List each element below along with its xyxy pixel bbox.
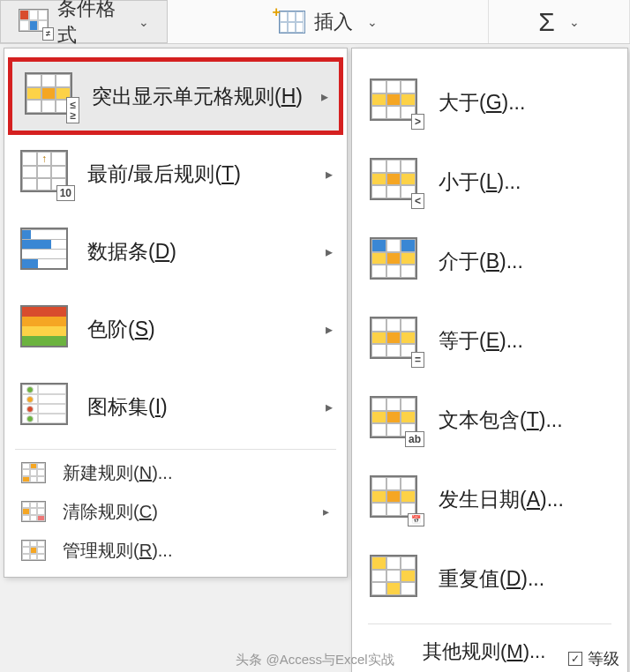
toolbar: ≠ 条件格式 ⌄ 插入 ⌄ Σ ⌄ xyxy=(0,0,630,44)
menu-highlight-rules[interactable]: ≤≥ 突出显示单元格规则(H) ▸ xyxy=(8,57,343,135)
menu-data-bars-label: 数据条(D) xyxy=(87,238,334,265)
sub-greater-than[interactable]: > 大于(G)... xyxy=(359,63,620,142)
menu-color-scales-label: 色阶(S) xyxy=(87,316,334,343)
date-occurring-icon: 📅 xyxy=(370,475,421,523)
color-scales-icon xyxy=(20,305,71,353)
submenu-arrow-icon: ▸ xyxy=(323,504,329,519)
menu-new-rule-label: 新建规则(N)... xyxy=(63,461,172,485)
icon-sets-icon xyxy=(20,383,71,430)
menu-top-bottom-label: 最前/最后规则(T) xyxy=(87,161,334,188)
insert-cells-icon xyxy=(279,11,305,34)
data-bars-icon xyxy=(20,228,71,275)
highlight-rules-submenu: > 大于(G)... < 小于(L)... 介于(B)... = 等于(E)..… xyxy=(351,48,628,672)
sub-date-occurring-label: 发生日期(A)... xyxy=(439,486,564,513)
equal-to-icon: = xyxy=(370,317,421,364)
sub-text-contains[interactable]: ab 文本包含(T)... xyxy=(359,380,620,459)
sub-less-than[interactable]: < 小于(L)... xyxy=(359,142,620,221)
insert-label: 插入 xyxy=(314,9,353,35)
sub-greater-than-label: 大于(G)... xyxy=(439,89,525,116)
menu-divider xyxy=(15,449,336,450)
conditional-format-button[interactable]: ≠ 条件格式 ⌄ xyxy=(0,0,168,43)
sub-duplicate-values-label: 重复值(D)... xyxy=(439,565,544,593)
manage-rules-icon xyxy=(20,538,47,563)
autosum-button[interactable]: Σ ⌄ xyxy=(489,0,630,43)
submenu-arrow-icon: ▸ xyxy=(326,399,333,415)
text-contains-icon: ab xyxy=(370,396,421,444)
menu-color-scales[interactable]: 色阶(S) ▸ xyxy=(8,290,343,368)
between-icon xyxy=(370,237,421,285)
menu-clear-rules[interactable]: 清除规则(C) ▸ xyxy=(8,492,343,531)
sub-equal-to-label: 等于(E)... xyxy=(439,327,523,355)
menu-new-rule[interactable]: 新建规则(N)... xyxy=(8,453,343,492)
less-than-icon: < xyxy=(370,158,421,205)
checkbox-icon[interactable]: ✓ xyxy=(568,652,582,666)
watermark-text: 头条 @Access与Excel实战 xyxy=(0,652,630,668)
sub-duplicate-values[interactable]: 重复值(D)... xyxy=(359,539,620,618)
sigma-icon: Σ xyxy=(538,7,555,37)
grade-label: 等级 xyxy=(588,648,619,669)
sub-text-contains-label: 文本包含(T)... xyxy=(439,407,563,434)
menu-icon-sets-label: 图标集(I) xyxy=(87,393,334,421)
new-rule-icon xyxy=(20,460,47,485)
menu-icon-sets[interactable]: 图标集(I) ▸ xyxy=(8,368,343,445)
greater-than-icon: > xyxy=(370,78,421,126)
sub-date-occurring[interactable]: 📅 发生日期(A)... xyxy=(359,459,620,539)
conditional-format-label: 条件格式 xyxy=(57,0,124,49)
submenu-arrow-icon: ▸ xyxy=(326,166,333,183)
sub-less-than-label: 小于(L)... xyxy=(439,168,521,196)
sub-between[interactable]: 介于(B)... xyxy=(359,221,620,301)
insert-button[interactable]: 插入 ⌄ xyxy=(168,0,489,43)
menu-top-bottom-rules[interactable]: ↑ 10 最前/最后规则(T) ▸ xyxy=(8,135,343,213)
chevron-down-icon: ⌄ xyxy=(139,15,149,29)
sub-equal-to[interactable]: = 等于(E)... xyxy=(359,301,620,380)
chevron-down-icon: ⌄ xyxy=(569,15,580,29)
clear-rules-icon xyxy=(20,499,47,524)
chevron-down-icon: ⌄ xyxy=(367,15,378,29)
submenu-arrow-icon: ▸ xyxy=(326,321,333,338)
highlight-cells-icon: ≤≥ xyxy=(25,72,76,120)
menu-manage-rules-label: 管理规则(R)... xyxy=(63,539,172,563)
menu-highlight-label: 突出显示单元格规则(H) xyxy=(92,83,330,110)
top-bottom-icon: ↑ 10 xyxy=(20,150,71,198)
submenu-arrow-icon: ▸ xyxy=(321,88,328,105)
conditional-format-menu: ≤≥ 突出显示单元格规则(H) ▸ ↑ 10 最前/最后规则(T) ▸ 数据条(… xyxy=(4,48,348,578)
menu-clear-rules-label: 清除规则(C) xyxy=(63,500,158,524)
sub-between-label: 介于(B)... xyxy=(439,248,523,275)
menu-manage-rules[interactable]: 管理规则(R)... xyxy=(8,531,343,570)
duplicate-values-icon xyxy=(370,555,421,602)
grade-checkbox-row[interactable]: ✓ 等级 xyxy=(568,648,619,669)
menu-data-bars[interactable]: 数据条(D) ▸ xyxy=(8,213,343,290)
submenu-divider xyxy=(368,623,611,624)
submenu-arrow-icon: ▸ xyxy=(326,243,333,260)
conditional-format-icon: ≠ xyxy=(19,9,49,35)
